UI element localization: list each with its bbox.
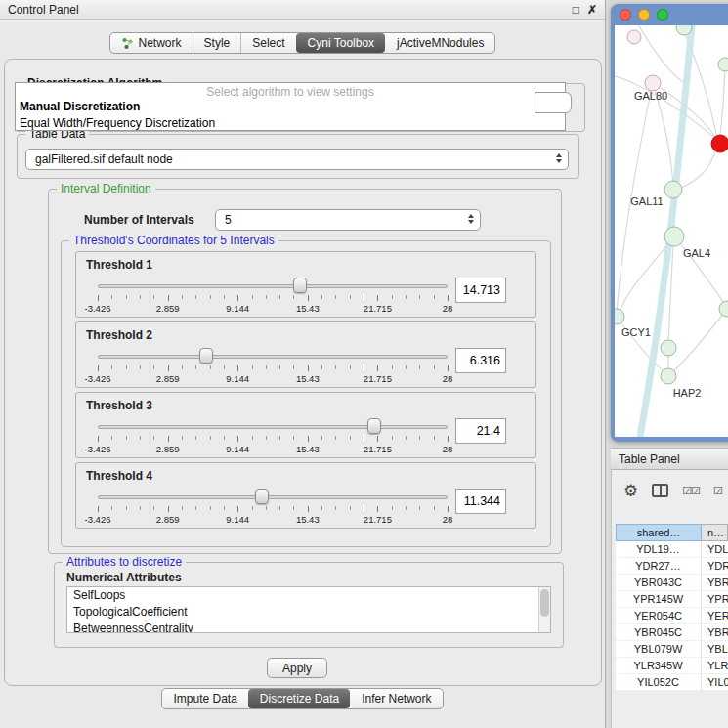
threshold-slider[interactable]: -3.4262.8599.14415.4321.71528: [98, 487, 448, 528]
network-node-label: HAP2: [673, 387, 702, 399]
gear-icon[interactable]: ⚙: [623, 483, 638, 499]
slider-scale-label: -3.426: [85, 303, 111, 314]
table-header-row: shared…n…: [616, 524, 728, 541]
attribute-list-item[interactable]: BetweennessCentrality: [67, 621, 550, 633]
float-panel-icon[interactable]: □: [573, 3, 579, 17]
table-cell[interactable]: YBR045C: [616, 624, 702, 640]
table-columns-icon[interactable]: [652, 484, 668, 497]
scrollbar-thumb[interactable]: [540, 589, 549, 617]
table-row[interactable]: YBR043CYBR0…: [616, 575, 728, 591]
table-cell[interactable]: YPR1…: [702, 591, 728, 607]
table-cell[interactable]: YER054C: [616, 608, 702, 623]
slider-thumb[interactable]: [293, 278, 307, 293]
network-graph: GAL80GAL11GAL4GCY1HAP2: [615, 25, 728, 437]
network-node[interactable]: [615, 309, 624, 324]
algorithm-dropdown: Select algorithm to view settings Manual…: [15, 82, 566, 131]
tab-network[interactable]: Network: [110, 33, 193, 53]
traffic-light-close-icon[interactable]: [620, 9, 631, 21]
close-panel-icon[interactable]: ✗: [587, 3, 597, 17]
main-panel: Discretization Algorithm Select algorith…: [4, 59, 602, 686]
select-column-icon[interactable]: ☑: [713, 485, 722, 497]
table-cell[interactable]: YBL0…: [702, 641, 728, 657]
attribute-list-item[interactable]: TopologicalCoefficient: [67, 604, 550, 621]
table-toolbar: ⚙ ☑☑ ☑: [612, 476, 728, 505]
table-cell[interactable]: YDR2…: [702, 558, 728, 574]
slider-scale-label: 28: [443, 444, 453, 454]
slider-scale-label: 15.43: [296, 444, 320, 454]
tab-style[interactable]: Style: [193, 33, 241, 53]
table-cell[interactable]: YLR345W: [616, 658, 702, 673]
table-cell[interactable]: YER0…: [702, 608, 728, 623]
select-all-columns-icon[interactable]: ☑☑: [682, 485, 700, 497]
network-node[interactable]: [661, 340, 676, 356]
table-row[interactable]: YLR345WYLR3…: [616, 658, 728, 674]
table-cell[interactable]: YIL052C: [616, 674, 702, 690]
traffic-light-zoom-icon[interactable]: [657, 9, 668, 21]
threshold-value-field[interactable]: 6.316: [455, 348, 506, 373]
attribute-list-item[interactable]: SelfLoops: [67, 587, 550, 604]
apply-button[interactable]: Apply: [267, 658, 327, 678]
threshold-value-field[interactable]: 14.713: [455, 278, 506, 303]
tab-select[interactable]: Select: [240, 33, 295, 53]
dropdown-item[interactable]: Manual Discretization: [16, 99, 565, 115]
network-node[interactable]: [627, 30, 641, 44]
table-row[interactable]: YIL052CYIL0…: [616, 674, 728, 691]
algorithm-combobox[interactable]: [535, 92, 572, 113]
slider-thumb[interactable]: [255, 489, 269, 504]
table-row[interactable]: YPR145WYPR1…: [616, 591, 728, 608]
tab-jactivemnodules[interactable]: jActiveMNodules: [385, 33, 494, 53]
threshold-slider[interactable]: -3.4262.8599.14415.4321.71528: [98, 276, 448, 317]
number-of-intervals-value: 5: [225, 213, 232, 227]
table-row[interactable]: YBL079WYBL0…: [616, 641, 728, 658]
network-node[interactable]: [645, 75, 661, 91]
network-node[interactable]: [718, 58, 728, 71]
slider-scale-label: 21.715: [364, 373, 392, 384]
slider-scale-label: 15.43: [296, 514, 320, 525]
threshold-row-3: Threshold 3-3.4262.8599.14415.4321.71528…: [75, 392, 536, 458]
dropdown-item[interactable]: Equal Width/Frequency Discretization: [16, 115, 565, 132]
slider-scale-label: 21.715: [364, 303, 392, 314]
table-row[interactable]: YDL19…YDL1…: [616, 541, 728, 558]
table-cell[interactable]: YBR0…: [702, 575, 728, 590]
network-node-selected[interactable]: [711, 135, 728, 152]
threshold-slider[interactable]: -3.4262.8599.14415.4321.71528: [98, 416, 448, 457]
table-cell[interactable]: YLR3…: [702, 658, 728, 673]
number-of-intervals-combobox[interactable]: 5: [215, 209, 481, 231]
network-node[interactable]: [664, 181, 682, 198]
slider-scale-label: -3.426: [85, 373, 111, 384]
table-cell[interactable]: YBR043C: [616, 575, 702, 590]
slider-scale-label: 2.859: [156, 373, 180, 384]
network-node[interactable]: [661, 368, 676, 384]
network-node[interactable]: [664, 227, 684, 246]
table-cell[interactable]: YBR0…: [702, 624, 728, 640]
threshold-slider[interactable]: -3.4262.8599.14415.4321.71528: [98, 346, 448, 387]
threshold-value-field[interactable]: 11.344: [455, 489, 506, 514]
table-cell[interactable]: YBL079W: [616, 641, 702, 657]
tab-cyni-toolbox[interactable]: Cyni Toolbox: [296, 33, 385, 53]
network-window[interactable]: GAL80GAL11GAL4GCY1HAP2: [611, 4, 728, 442]
attributes-scrollbar[interactable]: [538, 587, 550, 632]
table-row[interactable]: YER054CYER0…: [616, 608, 728, 624]
dropdown-placeholder: Select algorithm to view settings: [16, 85, 565, 99]
table-row[interactable]: YBR045CYBR0…: [616, 624, 728, 641]
tab-label: jActiveMNodules: [397, 36, 484, 50]
column-header-2[interactable]: n…: [702, 524, 728, 541]
table-cell[interactable]: YIL0…: [702, 674, 728, 690]
network-canvas[interactable]: GAL80GAL11GAL4GCY1HAP2: [615, 25, 728, 437]
column-header-1[interactable]: shared…: [616, 524, 702, 541]
table-cell[interactable]: YDR27…: [616, 558, 702, 574]
tab-label: Discretize Data: [260, 692, 339, 706]
tab-impute-data[interactable]: Impute Data: [162, 689, 247, 708]
table-row[interactable]: YDR27…YDR2…: [616, 558, 728, 575]
slider-thumb[interactable]: [367, 418, 381, 434]
threshold-value-field[interactable]: 21.4: [455, 418, 506, 444]
traffic-light-minimize-icon[interactable]: [638, 9, 650, 21]
network-node[interactable]: [719, 301, 728, 317]
table-data-combobox[interactable]: galFiltered.sif default node: [25, 149, 569, 170]
tab-discretize-data[interactable]: Discretize Data: [248, 689, 350, 708]
table-cell[interactable]: YPR145W: [616, 591, 702, 607]
table-cell[interactable]: YDL19…: [616, 541, 702, 557]
slider-thumb[interactable]: [199, 348, 213, 364]
tab-infer-network[interactable]: Infer Network: [350, 689, 442, 708]
table-cell[interactable]: YDL1…: [702, 541, 728, 557]
